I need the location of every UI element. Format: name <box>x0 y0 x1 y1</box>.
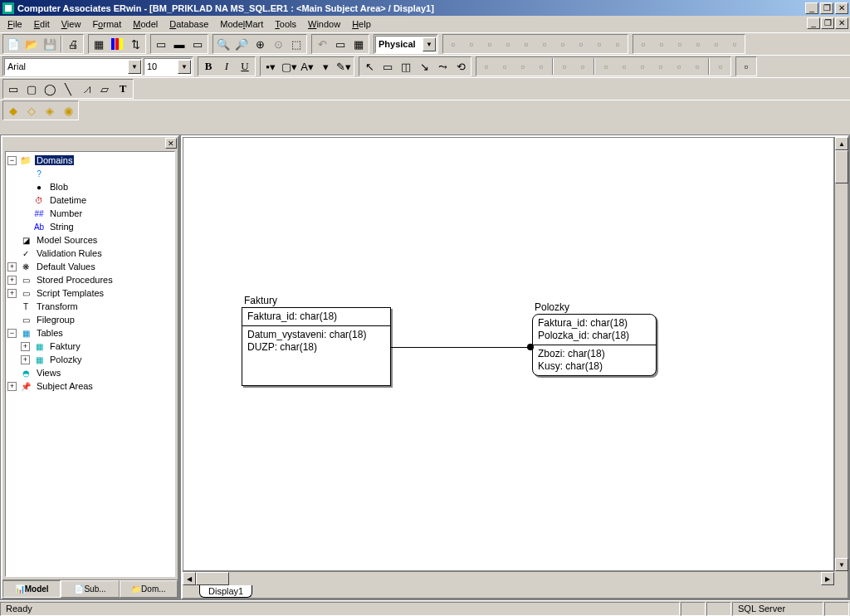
roundrect-tool[interactable]: ▢ <box>22 80 41 98</box>
back-button[interactable]: ▫ <box>689 35 707 53</box>
align-middle-button[interactable]: ▫ <box>517 35 535 53</box>
linecolor-button[interactable]: ▢▾ <box>280 57 298 76</box>
tree-domain-0[interactable]: ? <box>7 167 173 180</box>
mm5-button[interactable]: ▫ <box>555 57 574 76</box>
tree-item-6[interactable]: ▭Filegroup <box>7 313 173 326</box>
rel-nonidentifying-tool[interactable]: ⤳ <box>433 57 452 76</box>
open-button[interactable]: 📂 <box>22 35 41 53</box>
tree-item-2[interactable]: +❋Default Values <box>7 260 173 273</box>
mm7-button[interactable]: ▫ <box>597 57 615 76</box>
mm12-button[interactable]: ▫ <box>688 57 706 76</box>
tree-item-1[interactable]: ✓Validation Rules <box>7 247 173 260</box>
mm3-button[interactable]: ▫ <box>514 57 532 76</box>
entity-tool[interactable]: ▭ <box>379 57 397 76</box>
zoom-fit-button[interactable]: ⊙ <box>269 35 287 53</box>
mm10-button[interactable]: ▫ <box>652 57 670 76</box>
tree-table-0[interactable]: +▦Faktury <box>7 340 173 353</box>
sort-button[interactable]: ⇅ <box>126 35 144 53</box>
align-bottom-button[interactable]: ▫ <box>535 35 554 53</box>
bold-button[interactable]: B <box>199 57 217 76</box>
italic-button[interactable]: I <box>217 57 236 76</box>
menu-format[interactable]: Format <box>86 17 127 31</box>
mm8-button[interactable]: ▫ <box>615 57 633 76</box>
tab-model[interactable]: 📊 Model <box>2 580 61 598</box>
menu-edit[interactable]: Edit <box>28 17 56 31</box>
explorer-tree[interactable]: − Domains ?●Blob⏱Datetime##NumberAbStrin… <box>5 151 175 577</box>
horizontal-scrollbar[interactable]: ◀ ▶ <box>183 571 834 584</box>
mm13-button[interactable]: ▫ <box>711 57 730 76</box>
menu-window[interactable]: Window <box>302 17 346 31</box>
same-width-button[interactable]: ▫ <box>590 35 608 53</box>
tf2-button[interactable]: ◇ <box>22 101 41 120</box>
maximize-button[interactable]: ❐ <box>820 2 833 14</box>
fontsize-dropdown-icon[interactable]: ▼ <box>178 60 191 74</box>
pointer-tool[interactable]: ↖ <box>360 57 379 76</box>
relationship-line[interactable] <box>391 347 532 348</box>
front-button[interactable]: ▫ <box>671 35 689 53</box>
menu-model[interactable]: Model <box>127 17 164 31</box>
tree-item-4[interactable]: +▭Script Templates <box>7 286 173 300</box>
fontsize-input[interactable] <box>144 60 178 74</box>
save-button[interactable]: 💾 <box>41 35 59 53</box>
menu-modelmart[interactable]: ModelMart <box>214 17 269 31</box>
tree-item-3[interactable]: +▭Stored Procedures <box>7 273 173 286</box>
viewmode-combo[interactable]: ▼ <box>375 36 437 53</box>
viewmode-dropdown-icon[interactable]: ▼ <box>423 37 436 51</box>
tree-domain-1[interactable]: ●Blob <box>7 180 173 193</box>
mm11-button[interactable]: ▫ <box>670 57 688 76</box>
zoom-out-button[interactable]: 🔍 <box>214 35 232 53</box>
mm2-button[interactable]: ▫ <box>496 57 514 76</box>
scroll-left-button[interactable]: ◀ <box>183 572 196 585</box>
mm6-button[interactable]: ▫ <box>574 57 592 76</box>
group-button[interactable]: ▫ <box>634 35 652 53</box>
doc-minimize-button[interactable]: _ <box>807 17 820 29</box>
tf4-button[interactable]: ◉ <box>59 101 77 120</box>
new-button[interactable]: 📄 <box>4 35 22 53</box>
underline-button[interactable]: U <box>236 57 254 76</box>
tf1-button[interactable]: ◆ <box>4 101 22 120</box>
subject-area-button[interactable]: ▭ <box>152 35 170 53</box>
tree-item-5[interactable]: TTransform <box>7 300 173 313</box>
font-combo[interactable]: ▼ <box>4 58 142 76</box>
font-dropdown-icon[interactable]: ▼ <box>128 60 141 74</box>
tree-item-0[interactable]: ◪Model Sources <box>7 233 173 247</box>
pen-button[interactable]: ✎▾ <box>335 57 353 76</box>
menu-help[interactable]: Help <box>346 17 377 31</box>
minimize-button[interactable]: _ <box>805 2 818 14</box>
undo-button[interactable]: ↶ <box>313 35 331 53</box>
copy-button[interactable]: ▦ <box>90 35 108 53</box>
polygon-tool[interactable]: ▱ <box>95 80 114 98</box>
grid-button[interactable]: ▦ <box>349 35 368 53</box>
layer-button[interactable]: ▭ <box>188 35 207 53</box>
rel-identifying-tool[interactable]: ↘ <box>415 57 433 76</box>
display-button[interactable]: ▬ <box>170 35 188 53</box>
print-button[interactable]: 🖨 <box>64 35 82 53</box>
doc-restore-button[interactable]: ❐ <box>821 17 834 29</box>
lock-button[interactable]: ▫ <box>707 35 725 53</box>
view-tool[interactable]: ◫ <box>397 57 415 76</box>
fontsize-combo[interactable]: ▼ <box>144 58 192 76</box>
menu-tools[interactable]: Tools <box>269 17 302 31</box>
rect-tool[interactable]: ▭ <box>4 80 22 98</box>
tree-table-1[interactable]: +▦Polozky <box>7 353 173 366</box>
ellipse-tool[interactable]: ◯ <box>41 80 59 98</box>
font-input[interactable] <box>5 60 128 74</box>
align-left-button[interactable]: ▫ <box>444 35 462 53</box>
distribute-v-button[interactable]: ▫ <box>572 35 590 53</box>
textcolor-button[interactable]: A▾ <box>298 57 316 76</box>
tree-subject-areas[interactable]: +📌 Subject Areas <box>7 379 173 393</box>
vscroll-thumb[interactable] <box>835 150 848 183</box>
tx1-button[interactable]: ▫ <box>737 57 755 76</box>
tree-domain-4[interactable]: AbString <box>7 220 173 233</box>
vertical-scrollbar[interactable]: ▲ ▼ <box>834 137 848 571</box>
hscroll-thumb[interactable] <box>196 572 229 585</box>
unlock-button[interactable]: ▫ <box>725 35 744 53</box>
tree-tables[interactable]: −▦ Tables <box>7 326 173 340</box>
mm1-button[interactable]: ▫ <box>477 57 496 76</box>
menu-database[interactable]: Database <box>164 17 214 31</box>
mm9-button[interactable]: ▫ <box>633 57 652 76</box>
close-button[interactable]: ✕ <box>835 2 848 14</box>
tab-dom[interactable]: 📁 Dom... <box>120 580 178 598</box>
align-top-button[interactable]: ▫ <box>499 35 517 53</box>
mm4-button[interactable]: ▫ <box>532 57 550 76</box>
